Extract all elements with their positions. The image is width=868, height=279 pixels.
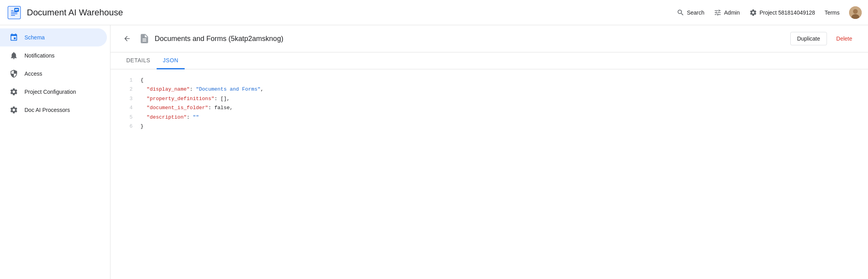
sidebar-item-schema[interactable]: Schema <box>0 28 107 46</box>
app-logo[interactable]: Document AI Warehouse <box>6 5 123 20</box>
line-number-5: 5 <box>120 113 133 122</box>
json-content-4: "document_is_folder": false, <box>140 103 233 112</box>
sidebar-schema-label: Schema <box>24 34 45 41</box>
json-content-6: } <box>140 122 144 131</box>
json-line-1: 1 { <box>120 76 859 85</box>
json-content-3: "property_definitions": [], <box>140 94 230 103</box>
tab-json[interactable]: JSON <box>157 52 185 69</box>
tab-bar: DETAILS JSON <box>110 52 868 69</box>
sidebar-item-project-config[interactable]: Project Configuration <box>0 83 107 101</box>
sidebar-project-config-label: Project Configuration <box>24 89 76 95</box>
admin-button[interactable]: Admin <box>714 9 740 17</box>
back-arrow-icon <box>123 35 131 43</box>
schema-icon <box>9 33 18 42</box>
json-line-6: 6 } <box>120 122 859 131</box>
json-editor: 1 { 2 "display_name": "Documents and For… <box>110 69 868 279</box>
sidebar-item-doc-ai-processors[interactable]: Doc AI Processors <box>0 101 107 119</box>
avatar-icon <box>849 6 862 19</box>
search-button[interactable]: Search <box>677 9 704 17</box>
search-label: Search <box>687 9 704 16</box>
doc-ai-icon <box>9 106 18 114</box>
schema-title: Documents and Forms (5katp2amsknog) <box>155 35 790 43</box>
json-content-5: "description": "" <box>140 113 199 122</box>
schema-file-icon <box>137 32 152 46</box>
sidebar-item-notifications[interactable]: Notifications <box>0 46 107 65</box>
line-number-1: 1 <box>120 76 133 85</box>
schema-header: Documents and Forms (5katp2amsknog) Dupl… <box>110 25 868 52</box>
json-line-2: 2 "display_name": "Documents and Forms", <box>120 85 859 94</box>
notification-icon <box>9 51 18 60</box>
app-header: Document AI Warehouse Search Admin <box>0 0 868 25</box>
sidebar-access-label: Access <box>24 71 42 77</box>
json-content-1: { <box>140 76 144 85</box>
svg-point-4 <box>853 9 858 14</box>
line-number-3: 3 <box>120 94 133 103</box>
json-line-5: 5 "description": "" <box>120 113 859 122</box>
back-button[interactable] <box>120 32 134 46</box>
line-number-4: 4 <box>120 103 133 112</box>
admin-label: Admin <box>724 9 740 16</box>
app-title: Document AI Warehouse <box>27 7 123 18</box>
schema-actions: Duplicate Delete <box>790 32 859 45</box>
search-icon <box>677 9 685 17</box>
admin-icon <box>714 9 722 17</box>
gear-icon <box>749 9 757 17</box>
tab-details[interactable]: DETAILS <box>120 52 157 69</box>
terms-link[interactable]: Terms <box>825 9 840 16</box>
page-layout: Schema Notifications Access <box>0 25 868 279</box>
sidebar-notifications-label: Notifications <box>24 52 54 59</box>
app-logo-icon <box>6 5 22 20</box>
main-content: Documents and Forms (5katp2amsknog) Dupl… <box>110 25 868 279</box>
user-avatar[interactable] <box>849 6 862 19</box>
duplicate-button[interactable]: Duplicate <box>790 32 827 45</box>
delete-button[interactable]: Delete <box>830 32 859 45</box>
json-content-2: "display_name": "Documents and Forms", <box>140 85 264 94</box>
line-number-6: 6 <box>120 122 133 131</box>
sidebar-doc-ai-processors-label: Doc AI Processors <box>24 107 70 113</box>
project-button[interactable]: Project 581814049128 <box>749 9 815 17</box>
sidebar: Schema Notifications Access <box>0 25 110 279</box>
json-line-3: 3 "property_definitions": [], <box>120 94 859 103</box>
project-config-icon <box>9 87 18 96</box>
line-number-2: 2 <box>120 85 133 94</box>
access-icon <box>9 69 18 78</box>
project-label: Project 581814049128 <box>760 9 815 16</box>
header-actions: Search Admin Project 581814049128 Terms <box>677 6 862 19</box>
sidebar-item-access[interactable]: Access <box>0 65 107 83</box>
json-line-4: 4 "document_is_folder": false, <box>120 103 859 112</box>
